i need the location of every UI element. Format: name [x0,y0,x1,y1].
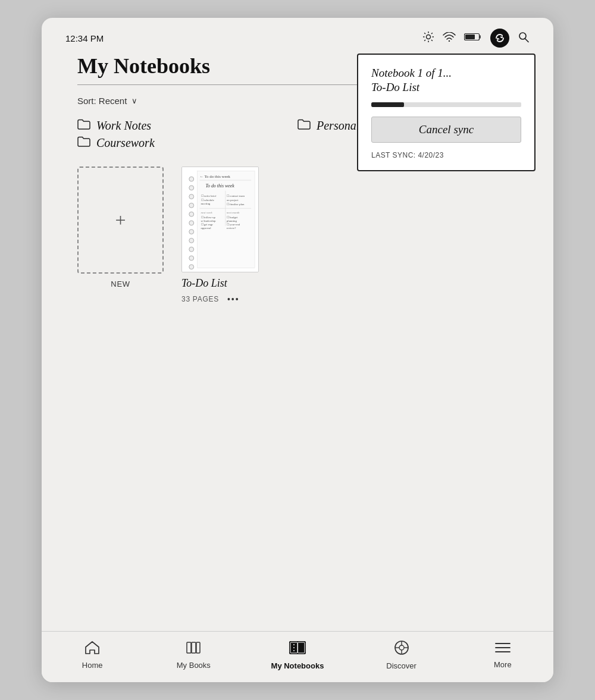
sort-label-text: Sort: Recent [77,96,127,106]
notebook-card-todo: ← To do this week To do this week ☐ writ… [181,167,259,304]
nav-label-home: Home [82,661,103,670]
sync-progress-fill [371,102,404,107]
sort-chevron-icon: ∨ [131,96,137,105]
folder-icon [77,119,90,133]
svg-text:next week: next week [201,211,213,214]
svg-point-16 [189,186,194,190]
svg-point-23 [189,247,194,252]
nav-label-discover: Discover [386,661,416,670]
svg-point-19 [189,212,194,216]
svg-point-25 [189,265,194,269]
svg-text:☐ year-end: ☐ year-end [227,223,240,226]
svg-line-5 [424,33,425,34]
notebook-thumbnail-todo[interactable]: ← To do this week To do this week ☐ writ… [181,167,259,272]
svg-rect-50 [192,642,196,653]
svg-text:next month: next month [227,211,240,214]
svg-point-17 [189,194,194,199]
svg-point-9 [449,40,450,41]
main-content: Notebook 1 of 1... To-Do List Cancel syn… [42,54,553,631]
plus-icon: + [115,211,126,230]
sync-popup: Notebook 1 of 1... To-Do List Cancel syn… [357,54,536,171]
notebook-meta-todo: 33 PAGES ••• [181,294,240,304]
nav-label-my-notebooks: My Notebooks [271,661,324,670]
discover-icon [394,640,409,659]
notebook-title-todo: To-Do List [181,277,227,290]
svg-point-56 [293,647,295,648]
svg-rect-51 [196,642,200,653]
sync-progress-bar [371,102,521,107]
svg-point-18 [189,203,194,208]
notebooks-grid: + NEW [77,167,518,304]
folder-item-coursework[interactable]: Coursework [77,136,298,150]
svg-text:☐ schedule: ☐ schedule [201,199,214,202]
search-icon[interactable] [518,31,530,46]
last-sync-label: LAST SYNC: 4/20/23 [371,151,521,159]
status-bar: 12:34 PM [42,18,553,54]
nav-item-home[interactable]: Home [68,641,116,670]
svg-point-22 [189,238,194,243]
svg-text:☐ write brief: ☐ write brief [201,194,217,197]
folder-label-work-notes: Work Notes [96,119,151,133]
svg-text:planning: planning [227,219,237,222]
svg-text:meeting: meeting [201,202,211,205]
svg-text:☐ get mgr: ☐ get mgr [201,223,214,226]
new-notebook-button[interactable]: + [77,167,164,274]
my-notebooks-icon [289,640,306,659]
nav-label-my-books: My Books [177,661,211,670]
sync-button[interactable] [490,29,509,48]
wifi-icon [443,32,456,45]
svg-point-0 [427,34,431,39]
sync-popup-notebook: To-Do List [371,81,521,94]
new-notebook-item: + NEW [77,167,164,288]
svg-text:☐ budget: ☐ budget [227,216,238,219]
svg-rect-54 [298,642,305,653]
svg-text:w/leadership: w/leadership [201,219,217,222]
bottom-nav: Home My Books [42,631,553,682]
new-label: NEW [111,280,130,288]
nav-item-discover[interactable]: Discover [378,640,425,670]
cancel-sync-button[interactable]: Cancel sync [371,117,521,143]
folder-item-work-notes[interactable]: Work Notes [77,119,298,133]
svg-text:review?: review? [227,227,236,230]
svg-text:approval: approval [201,227,212,230]
nav-item-my-books[interactable]: My Books [170,641,217,670]
svg-text:←: ← [200,174,204,178]
more-icon [495,641,511,658]
svg-text:To do this week: To do this week [205,183,234,189]
notebook-more-button[interactable]: ••• [227,294,240,304]
folder-icon [77,136,90,150]
svg-rect-11 [465,34,475,39]
svg-text:☐ contact team: ☐ contact team [227,194,245,197]
notebook-pages-todo: 33 PAGES [181,295,219,303]
device-frame: 12:34 PM [42,18,553,682]
svg-line-13 [525,39,529,42]
sort-selector[interactable]: Sort: Recent ∨ [77,96,137,106]
nav-item-my-notebooks[interactable]: My Notebooks [271,640,324,670]
battery-icon [464,32,482,45]
svg-rect-49 [187,642,191,653]
svg-line-8 [424,40,425,41]
svg-text:on project: on project [227,199,239,202]
folder-label-personal: Personal [317,119,359,133]
status-icons [422,29,530,48]
svg-line-6 [431,40,433,41]
svg-point-15 [189,177,194,181]
svg-point-59 [399,645,404,650]
my-books-icon [186,641,201,658]
svg-point-21 [189,230,194,234]
brightness-icon[interactable] [422,31,434,46]
svg-line-7 [431,33,433,34]
folder-icon [298,119,311,133]
nav-label-more: More [494,660,512,669]
home-icon [84,641,100,658]
status-time: 12:34 PM [65,33,104,43]
nav-item-more[interactable]: More [479,641,527,669]
svg-point-20 [189,221,194,225]
svg-point-24 [189,256,194,260]
svg-text:☐ finalize plan: ☐ finalize plan [227,203,245,206]
folder-label-coursework: Coursework [96,136,155,150]
svg-text:☐ follow-up: ☐ follow-up [201,216,216,219]
sync-popup-title-line1: Notebook 1 of 1... [371,67,521,80]
svg-point-55 [293,644,295,645]
svg-point-57 [293,650,295,651]
